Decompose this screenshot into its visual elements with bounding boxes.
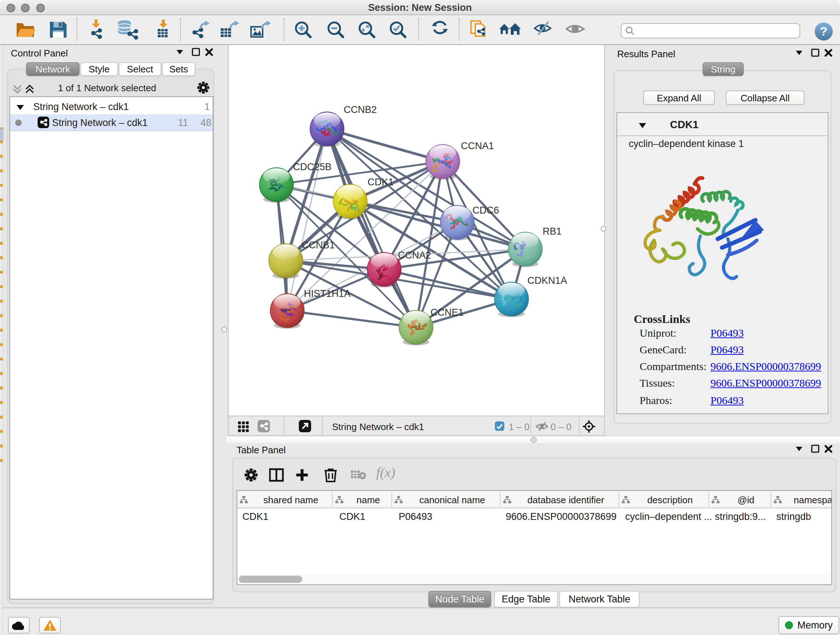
svg-text:CDC25B: CDC25B (293, 162, 332, 172)
svg-text:CDK1: CDK1 (368, 177, 393, 187)
svg-text:HIST1H1A: HIST1H1A (304, 288, 351, 299)
svg-text:CCNB1: CCNB1 (302, 240, 335, 250)
svg-text:RB1: RB1 (543, 226, 562, 237)
svg-text:CDKN1A: CDKN1A (527, 275, 567, 286)
svg-text:CCNB2: CCNB2 (344, 104, 377, 115)
svg-text:CCNA1: CCNA1 (461, 141, 494, 151)
svg-text:CCNE1: CCNE1 (431, 307, 464, 318)
svg-text:CDC6: CDC6 (472, 205, 499, 216)
svg-text:CCNA2: CCNA2 (398, 250, 431, 261)
